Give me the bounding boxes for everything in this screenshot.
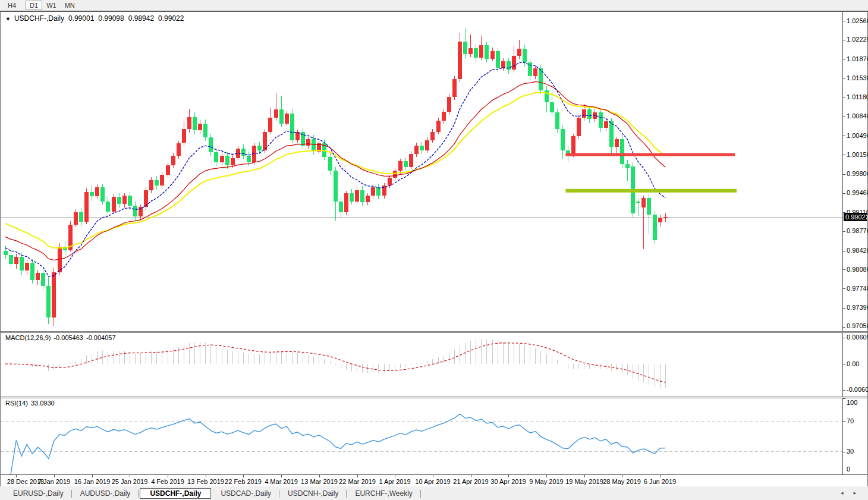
ohlc-close: 0.99022 (158, 14, 184, 23)
tab-scroll-right-icon[interactable]: ► (853, 490, 857, 496)
chart-window: ▼USDCHF-,Daily0.990010.990980.989420.990… (0, 11, 868, 486)
chart-tab-bar: EURUSD-,Daily AUDUSD-,Daily USDCHF-,Dail… (0, 486, 868, 500)
date-tick (508, 475, 509, 477)
price-panel: ▼USDCHF-,Daily0.990010.990980.989420.990… (1, 12, 867, 331)
date-tick (281, 475, 282, 477)
date-tick (433, 475, 433, 477)
axis-tick-label: 30 (847, 448, 854, 455)
axis-tick (843, 174, 845, 175)
axis-tick-label: -0.006011 (847, 386, 868, 393)
axis-tick-label: 0.97740 (847, 285, 868, 292)
ohlc-low: 0.98942 (128, 14, 154, 23)
tab-eurchf-weekly[interactable]: EURCHF-,Weekly (347, 488, 420, 499)
macd-scale[interactable]: 0.0060540.00-0.006011 (842, 333, 867, 397)
tab-usdchf-daily[interactable]: USDCHF-,Daily (140, 488, 211, 499)
axis-tick-label: 0.006054 (847, 334, 868, 341)
axis-tick-label: 0.98420 (847, 247, 868, 254)
price-scale[interactable]: 0.99022 1.025601.022201.018701.015301.01… (842, 12, 867, 331)
date-tick (130, 475, 130, 477)
rsi-panel: RSI(14)33.0930 10070300 (1, 398, 867, 474)
date-axis[interactable]: 28 Dec 20187 Jan 201916 Jan 201925 Jan 2… (1, 474, 867, 486)
tab-scroll-left-icon[interactable]: ◄ (839, 490, 844, 496)
axis-tick (843, 327, 845, 328)
axis-tick (843, 452, 845, 452)
axis-tick (843, 338, 845, 338)
rsi-chart-canvas[interactable]: RSI(14)33.0930 (1, 398, 842, 474)
axis-tick (843, 421, 845, 422)
macd-panel: MACD(12,26,9)-0.005463-0.004057 0.006054… (1, 333, 867, 397)
macd-signal-value: -0.004057 (86, 334, 116, 341)
current-price-tag: 0.99022 (844, 213, 867, 221)
date-tick (584, 475, 585, 477)
axis-tick-label: 0.97050 (847, 322, 868, 329)
tab-usdcad-daily[interactable]: USDCAD-,Daily (212, 488, 279, 499)
macd-chart-canvas[interactable]: MACD(12,26,9)-0.005463-0.004057 (1, 333, 842, 397)
date-tick (357, 475, 358, 477)
date-tick (622, 475, 622, 477)
date-tick (395, 475, 395, 477)
axis-tick-label: 0 (847, 466, 850, 473)
axis-tick (843, 390, 845, 391)
axis-tick (843, 308, 845, 309)
ohlc-high: 0.99098 (98, 14, 124, 23)
toolbar-separator (23, 2, 23, 9)
axis-tick-label: 1.01180 (847, 93, 868, 100)
axis-tick (843, 364, 845, 364)
date-tick (168, 475, 168, 477)
date-tick (54, 475, 55, 477)
axis-tick (843, 155, 845, 155)
tab-audusd-daily[interactable]: AUDUSD-,Daily (72, 488, 139, 499)
date-tick (660, 475, 661, 477)
timeframe-button-mn[interactable]: MN (61, 1, 79, 10)
axis-tick-label: 1.01530 (847, 74, 868, 81)
timeframe-toolbar: H4 D1 W1 MN (0, 0, 868, 11)
axis-tick (843, 398, 845, 399)
axis-tick (843, 21, 845, 21)
tab-scroll-arrows: ◄ ► (839, 486, 857, 500)
rsi-label: RSI(14)33.0930 (5, 400, 55, 407)
price-chart-canvas[interactable]: ▼USDCHF-,Daily0.990010.990980.989420.990… (1, 12, 842, 331)
chart-title: ▼USDCHF-,Daily0.990010.990980.989420.990… (5, 14, 184, 23)
axis-tick (843, 40, 845, 40)
tab-usdcnh-daily[interactable]: USDCNH-,Daily (279, 488, 347, 499)
ohlc-open: 0.99001 (68, 14, 94, 23)
axis-tick-label: 1.02560 (847, 17, 868, 24)
date-tick (471, 475, 471, 477)
axis-tick-label: 0.00 (847, 360, 859, 367)
timeframe-button-d1[interactable]: D1 (26, 1, 42, 10)
timeframe-button-h4[interactable]: H4 (4, 1, 20, 10)
axis-tick-label: 1.00490 (847, 132, 868, 139)
axis-tick-label: 1.00150 (847, 151, 868, 158)
date-label: 6 Jun 2019 (636, 478, 684, 485)
macd-label: MACD(12,26,9)-0.005463-0.004057 (5, 334, 116, 341)
axis-tick (843, 117, 845, 117)
date-tick (319, 475, 320, 477)
rsi-scale[interactable]: 10070300 (842, 398, 867, 474)
date-tick (92, 475, 93, 477)
axis-tick (843, 136, 845, 136)
chart-symbol: USDCHF-,Daily (14, 14, 64, 23)
axis-tick-label: 1.01870 (847, 55, 868, 62)
date-tick (206, 475, 206, 477)
axis-tick-label: 100 (847, 399, 857, 406)
axis-tick-label: 0.99460 (847, 189, 868, 196)
axis-tick (843, 98, 845, 98)
rsi-value: 33.0930 (31, 400, 55, 407)
date-tick (546, 475, 547, 477)
timeframe-button-w1[interactable]: W1 (42, 1, 61, 10)
tab-eurusd-daily[interactable]: EURUSD-,Daily (5, 488, 72, 499)
axis-tick (843, 231, 845, 232)
macd-main-value: -0.005463 (54, 334, 83, 341)
symbol-dropdown-icon[interactable]: ▼ (5, 16, 11, 22)
axis-tick (843, 78, 845, 78)
axis-tick (843, 251, 845, 251)
date-tick (16, 475, 17, 477)
trading-terminal: H4 D1 W1 MN ▼USDCHF-,Daily0.990010.99098… (0, 0, 868, 500)
axis-tick-label: 1.02220 (847, 36, 868, 43)
axis-tick-label: 0.97390 (847, 304, 868, 311)
axis-tick (843, 193, 845, 194)
axis-tick (843, 288, 845, 289)
axis-tick-label: 1.00840 (847, 112, 868, 120)
date-tick (243, 475, 244, 477)
axis-tick-label: 0.99800 (847, 170, 868, 177)
